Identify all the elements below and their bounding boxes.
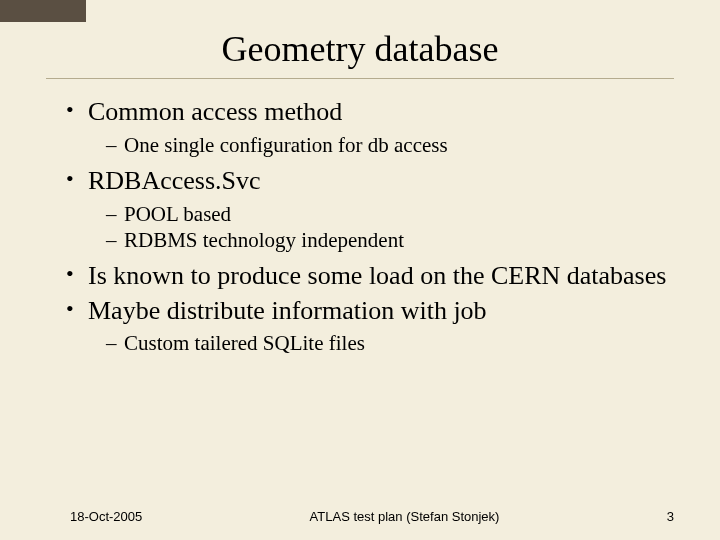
sub-list: POOL based RDBMS technology independent bbox=[106, 201, 674, 254]
page-title: Geometry database bbox=[46, 0, 674, 78]
bullet-text: RDBAccess.Svc bbox=[88, 166, 261, 195]
list-item: One single configuration for db access bbox=[106, 132, 674, 158]
footer: 18-Oct-2005 ATLAS test plan (Stefan Ston… bbox=[0, 509, 720, 524]
bullet-text: Custom tailered SQLite files bbox=[124, 331, 365, 355]
footer-page: 3 bbox=[667, 509, 674, 524]
slide: Geometry database Common access method O… bbox=[0, 0, 720, 540]
footer-center: ATLAS test plan (Stefan Stonjek) bbox=[142, 509, 667, 524]
bullet-text: Is known to produce some load on the CER… bbox=[88, 261, 666, 290]
bullet-text: Maybe distribute information with job bbox=[88, 296, 487, 325]
bullet-text: One single configuration for db access bbox=[124, 133, 448, 157]
bullet-text: RDBMS technology independent bbox=[124, 228, 404, 252]
footer-date: 18-Oct-2005 bbox=[70, 509, 142, 524]
list-item: RDBMS technology independent bbox=[106, 227, 674, 253]
list-item: Maybe distribute information with job Cu… bbox=[66, 296, 674, 357]
sub-list: One single configuration for db access bbox=[106, 132, 674, 158]
bullet-text: Common access method bbox=[88, 97, 342, 126]
list-item: Custom tailered SQLite files bbox=[106, 330, 674, 356]
list-item: Common access method One single configur… bbox=[66, 97, 674, 158]
list-item: Is known to produce some load on the CER… bbox=[66, 261, 674, 292]
list-item: POOL based bbox=[106, 201, 674, 227]
corner-accent bbox=[0, 0, 86, 22]
sub-list: Custom tailered SQLite files bbox=[106, 330, 674, 356]
bullet-text: POOL based bbox=[124, 202, 231, 226]
bullet-list: Common access method One single configur… bbox=[66, 97, 674, 357]
list-item: RDBAccess.Svc POOL based RDBMS technolog… bbox=[66, 166, 674, 253]
title-rule bbox=[46, 78, 674, 79]
